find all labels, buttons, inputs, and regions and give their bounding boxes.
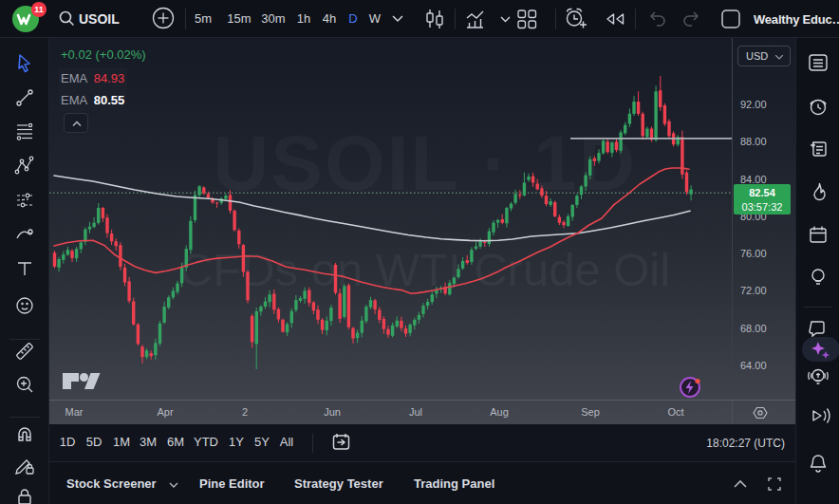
svg-text:11: 11 — [34, 5, 44, 14]
